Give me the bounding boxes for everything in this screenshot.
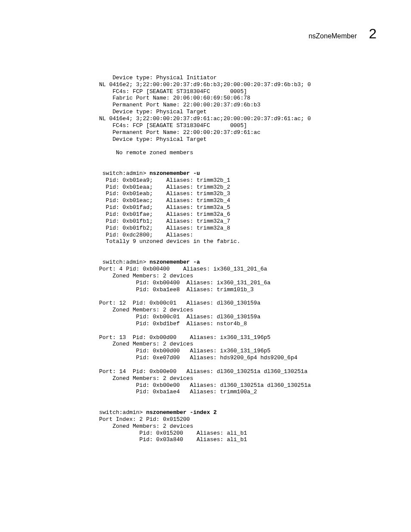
output-line: Zoned Members: 2 devices [99, 375, 193, 382]
output-line: Permanent Port Name: 22:00:00:20:37:d9:6… [99, 102, 260, 108]
output-line: Pid: 0x015200 Aliases: ali_b1 [99, 430, 247, 436]
output-line: Pid: 0xb01fb1; Aliases: trimm32a_7 [99, 218, 230, 224]
page: nsZoneMember 2 Device type: Physical Ini… [0, 0, 411, 532]
header-title: nsZoneMember [308, 32, 357, 40]
output-line: Pid: 0xe07d00 Aliases: hds9200_6p4 hds92… [99, 355, 297, 361]
prompt: switch:admin> [99, 409, 146, 416]
output-line: Port: 13 Pid: 0xb00d00 Aliases: ix360_13… [99, 334, 271, 341]
output-line: Zoned Members: 2 devices [99, 341, 193, 347]
output-line: NL 0416e4; 3;22:00:00:20:37:d9:61:ac;20:… [99, 115, 311, 122]
output-line: Pid: 0xbd1bef Aliases: nstor4b_8 [99, 320, 247, 327]
output-line: Pid: 0xba1ee8 Aliases: trimm101b_3 [99, 286, 254, 293]
output-line: Pid: 0xb01ea9; Aliases: trimm32b_1 [99, 177, 230, 184]
output-line: Port: 12 Pid: 0xb00c01 Aliases: dl360_13… [99, 300, 260, 306]
output-line: Zoned Members: 2 devices [99, 307, 193, 313]
output-line: Zoned Members: 2 devices [99, 273, 193, 279]
header-chapter: 2 [369, 26, 377, 42]
terminal-output: Device type: Physical Initiator NL 0416e… [99, 68, 377, 443]
output-line: Device type: Physical Target [99, 109, 207, 115]
prompt: switch:admin> [99, 259, 149, 265]
output-line: FC4s: FCP [SEAGATE ST318304FC 0005] [99, 122, 247, 129]
output-line: Port: 4 Pid: 0xb00400 Aliases: ix360_131… [99, 266, 267, 272]
prompt: switch:admin> [99, 170, 149, 177]
output-line: Port: 14 Pid: 0xb00e00 Aliases: dl360_13… [99, 368, 308, 375]
output-line: Permanent Port Name: 22:00:00:20:37:d9:6… [99, 129, 260, 136]
output-line: Pid: 0xb01fae; Aliases: trimm32a_6 [99, 211, 230, 218]
output-line: Port Index: 2 Pid: 0x015200 [99, 416, 190, 423]
output-line: Totally 9 unzoned devices in the fabric. [99, 238, 240, 245]
output-line: Pid: 0xb00e00 Aliases: dl360_130251a dl3… [99, 382, 311, 389]
output-line: Fabric Port Name: 20:06:00:60:69:50:06:7… [99, 95, 250, 101]
output-line: Pid: 0xdc2800; Aliases: [99, 232, 196, 238]
command: nszonemember -u [149, 170, 200, 177]
output-line: Pid: 0xb00c01 Aliases: dl360_130159a [99, 314, 260, 320]
output-line: NL 0416e2; 3;22:00:00:20:37:d9:6b:b3;20:… [99, 81, 311, 88]
output-line: Device type: Physical Target [99, 136, 207, 143]
output-line: Pid: 0xb01eac; Aliases: trimm32b_4 [99, 197, 230, 204]
output-line: Pid: 0xb01eaa; Aliases: trimm32b_2 [99, 184, 230, 190]
output-line: Zoned Members: 2 devices [99, 423, 193, 429]
output-line: Device type: Physical Initiator [99, 75, 217, 81]
output-line: Pid: 0x03a840 Aliases: ali_b1 [99, 436, 247, 443]
command: nszonemember -index 2 [146, 409, 217, 416]
output-line: FC4s: FCP [SEAGATE ST318304FC 0005] [99, 88, 247, 95]
output-line: Pid: 0xb01fad; Aliases: trimm32a_5 [99, 204, 230, 211]
output-line: Pid: 0xb01fb2; Aliases: trimm32a_8 [99, 225, 230, 231]
command: nszonemember -a [149, 259, 200, 265]
output-line: Pid: 0xb01eab; Aliases: trimm32b_3 [99, 190, 230, 197]
output-line: Pid: 0xb00d00 Aliases: ix360_131_196p5 [99, 348, 271, 354]
output-line: Pid: 0xb00400 Aliases: ix360_131_201_6a [99, 280, 271, 286]
output-line: No remote zoned members [99, 149, 193, 156]
page-header: nsZoneMember 2 [34, 26, 377, 42]
output-line: Pid: 0xba1ae4 Aliases: trimm100a_2 [99, 389, 257, 395]
